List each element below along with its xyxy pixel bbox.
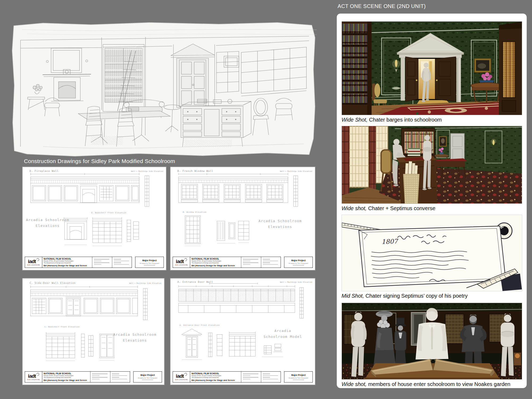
- sheet2-side-label: Wall + Mouldings Side Elevation: [280, 170, 312, 172]
- shot-2-caption: Wide shot, Chater + Septimus converse: [342, 205, 435, 211]
- iadt-logo: iadt DUN LAOGHAIRE: [173, 257, 190, 268]
- titleblock-project: Major Project Arcadia by Tom Stoppard: [284, 257, 313, 268]
- book-stack: [407, 148, 420, 156]
- handwriting-year: 1807: [381, 238, 399, 246]
- shot-1-image: [342, 22, 522, 115]
- iadt-logo: iadt DUN LAOGHAIRE: [173, 371, 190, 383]
- titleblock-project: Major Project Arcadia by Tom Stoppard: [135, 257, 164, 268]
- curtain: [369, 126, 376, 190]
- iadt-logo: iadt DUN LAOGHAIRE: [25, 371, 42, 383]
- iadt-logo: iadt DUN LAOGHAIRE: [25, 257, 42, 268]
- poetry-letter-sketch: 1807: [359, 226, 506, 287]
- sheet4-detail-label: A. Entrance Door Front Elevation: [180, 324, 220, 326]
- drawing-sheet-side-door-wall: C. Side-Door Wall Elevation Wall + Mould…: [22, 278, 164, 385]
- shot-4-caption: Wide shot, members of house enter school…: [342, 381, 510, 387]
- sheet1-label: D. Fireplace Wall: [30, 170, 59, 172]
- left-bookcase: [342, 22, 372, 115]
- sheet1-detail-label: D. Bookshelf Front Elevation: [91, 212, 126, 214]
- shot-4-figure: [342, 303, 522, 380]
- sheet3-detail-label: C. Bookshelf Front Elevation: [44, 326, 80, 328]
- sheet3-drawing: [24, 280, 163, 369]
- schoolroom-sketch-image: [11, 22, 317, 158]
- sheet4-title: ArcadiaSchoolroom Model: [259, 328, 307, 340]
- sheet4-label: A. Entrance Door Wall: [177, 281, 213, 283]
- storyboard-title: ACT ONE SCENE ONE (2ND UNIT): [338, 3, 426, 9]
- sheet2-label: B. French Window Wall: [177, 170, 213, 172]
- iadt-ring-icon: [36, 258, 40, 261]
- sheet2-titleblock: iadt DUN LAOGHAIRE NATIONAL FILM SCHOOL …: [173, 257, 313, 268]
- shot-3-image: 1807: [342, 215, 522, 291]
- sheet1-titleblock: iadt DUN LAOGHAIRE NATIONAL FILM SCHOOL …: [25, 257, 164, 268]
- shot-1-caption: Wide Shot, Chater barges into schoolroom: [342, 117, 442, 123]
- titleblock-fields: [92, 257, 132, 268]
- shot-1-figure: [342, 21, 522, 115]
- iadt-ring-icon: [184, 258, 188, 261]
- framed-painting: [475, 59, 491, 72]
- drawing-sheet-fireplace-wall: D. Fireplace Wall Wall + Mouldings Side …: [22, 167, 166, 270]
- shot-3-figure: 1807: [342, 215, 522, 291]
- sheet4-side-label: Wall + Mouldings Side Elevation: [280, 281, 312, 283]
- iadt-ring-icon: [36, 372, 40, 376]
- drawing-sheet-french-window-wall: B. French Window Wall Wall + Mouldings S…: [170, 167, 315, 270]
- sheet1-title: Arcadia SchoolroomElevations: [24, 217, 72, 229]
- sheet4-titleblock: iadt DUN LAOGHAIRE NATIONAL FILM SCHOOL …: [173, 371, 313, 383]
- titleblock-project: Major Project Arcadia by Tom Stoppard: [284, 371, 313, 383]
- sheet2-detail-label: B. Window Elevation: [183, 211, 207, 213]
- sheet3-title: Arcadia SchoolroomElevations: [111, 332, 159, 343]
- storyboard-panel: Wide Shot, Chater barges into schoolroom: [337, 14, 527, 388]
- sheet3-label: C. Side-Door Wall Elevation: [30, 282, 76, 284]
- titleblock-fields: [241, 257, 281, 268]
- sheet3-titleblock: iadt DUN LAOGHAIRE NATIONAL FILM SCHOOL …: [25, 371, 162, 383]
- curtain: [342, 126, 349, 195]
- construction-drawings-caption: Construction Drawings for Sidley Park Mo…: [24, 158, 175, 164]
- sheet2-title: Arcadia SchoolroomElevations: [256, 218, 304, 230]
- shot-2-figure: [342, 126, 522, 204]
- sheet3-side-label: Wall + Mouldings Side Elevation: [129, 282, 161, 284]
- sheet1-drawing: [24, 168, 164, 255]
- portfolio-page: Construction Drawings for Sidley Park Mo…: [0, 0, 532, 399]
- titleblock-fields: [90, 372, 130, 382]
- right-bookcase: [499, 22, 522, 115]
- paper-basket: [403, 161, 419, 203]
- sheet1-side-label: Wall + Mouldings Side Elevation: [131, 170, 163, 172]
- shot-2-image: [342, 126, 522, 203]
- shot-3-caption: Mid Shot, Chater signing Septimus’ copy …: [342, 293, 468, 299]
- shot-4-image: [342, 303, 522, 379]
- schoolroom-sketch-figure: [11, 22, 317, 158]
- drawing-sheet-entrance-door-wall: A. Entrance Door Wall Wall + Mouldings S…: [170, 278, 315, 385]
- titleblock-project: Major Project Arcadia by Tom Stoppard: [133, 371, 162, 383]
- iadt-ring-icon: [184, 372, 188, 376]
- titleblock-fields: [241, 372, 281, 382]
